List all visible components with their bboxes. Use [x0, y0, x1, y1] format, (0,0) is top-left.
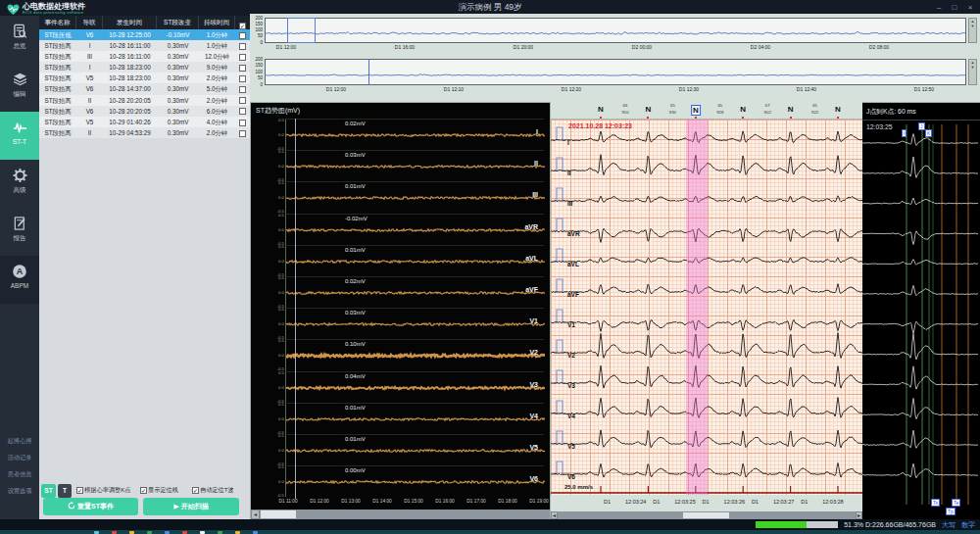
- table-row[interactable]: ST段抬高II10-29 04:53:290.30mV2.0分钟: [39, 127, 250, 138]
- table-row[interactable]: ST段抬高V610-28 20:20:050.30mV6.0分钟: [39, 106, 250, 117]
- scroll-right-arrow[interactable]: ►: [856, 511, 862, 519]
- table-row[interactable]: ST段抬高I10-28 16:11:000.30mV1.0分钟: [39, 40, 250, 51]
- t-mode-button[interactable]: T: [58, 484, 72, 498]
- selected-beat-label[interactable]: N: [691, 105, 701, 116]
- table-body: ST段压低V610-28 12:25:00-0.10mV1.0分钟ST段抬高I1…: [39, 29, 250, 138]
- sidebar-item-advanced[interactable]: 高级: [0, 160, 39, 208]
- control-checkbox-0[interactable]: ✓根据心率调整K点: [76, 486, 130, 495]
- sidebar-item-stt[interactable]: ST-T: [0, 112, 39, 160]
- ecg-paper[interactable]: 2021.10.28 12:03:23 25.0 mm/s IIIIIIaVRa…: [551, 120, 862, 495]
- scroll-left-arrow[interactable]: ◄: [551, 511, 558, 519]
- table-row[interactable]: ST段压低V610-28 12:25:00-0.10mV1.0分钟: [39, 29, 250, 40]
- row-checkbox[interactable]: [239, 54, 246, 61]
- row-checkbox[interactable]: [239, 75, 246, 82]
- row-checkbox[interactable]: [239, 130, 246, 137]
- point-marker-I[interactable]: I: [902, 129, 906, 137]
- reset-st-events-button[interactable]: 重置ST事件: [43, 498, 138, 515]
- row-checkbox[interactable]: [239, 108, 246, 115]
- taskbar-app-icon[interactable]: [200, 531, 205, 534]
- st-trace: [286, 466, 545, 502]
- st-cursor-line[interactable]: [295, 119, 296, 499]
- row-checkbox[interactable]: [239, 65, 246, 72]
- ecg-timestamp: 2021.10.28 12:03:23: [568, 122, 632, 129]
- ecg-time-tick: 12:03:24: [625, 499, 646, 505]
- hr-y-tick: 100: [251, 27, 263, 32]
- st-time-axis: D1 11:00D1 12:00D1 13:00D1 14:00D1 15:00…: [285, 499, 544, 509]
- table-row[interactable]: ST段抬高V610-28 14:37:000.30mV5.0分钟: [39, 83, 250, 94]
- progress-percent: 51.3%: [844, 521, 863, 528]
- st-y-tick: -0.5: [272, 493, 284, 498]
- hr-trend-long[interactable]: [265, 18, 966, 43]
- start-scan-button[interactable]: ▶ 开始扫描: [143, 498, 239, 515]
- st-value-label: 0.03mV: [345, 310, 366, 316]
- t-marker-Ts[interactable]: Ts: [931, 499, 940, 507]
- taskbar-app-icon[interactable]: [218, 531, 222, 534]
- cell: 10-28 14:37:00: [103, 83, 157, 94]
- scroll-thumb[interactable]: [683, 512, 729, 518]
- control-checkbox-2[interactable]: ✓自动定位T波: [192, 486, 234, 495]
- st-mode-button[interactable]: ST: [41, 484, 56, 498]
- sidebar-item-abpm[interactable]: AABPM: [0, 256, 39, 304]
- st-value-label: 0.01mV: [345, 247, 366, 253]
- beat-label[interactable]: N: [788, 105, 794, 114]
- cell: V6: [76, 83, 103, 94]
- table-row[interactable]: ST段抬高III10-28 16:11:000.30mV12.0分钟: [39, 51, 250, 62]
- table-row[interactable]: ST段抬高V510-29 01:40:260.30mV4.0分钟: [39, 117, 250, 127]
- table-row[interactable]: ST段抬高II10-28 20:20:050.30mV2.0分钟: [39, 95, 250, 106]
- scroll-thumb[interactable]: [261, 510, 296, 518]
- sidebar-link-settings[interactable]: 设置选项: [0, 482, 39, 499]
- taskbar-app-icon[interactable]: [165, 531, 170, 534]
- hr-strip-scrollbar[interactable]: ▲▼: [968, 59, 977, 85]
- taskbar-app-icon[interactable]: [112, 531, 117, 534]
- st-lead-label: aVR: [524, 223, 538, 230]
- point-marker-J[interactable]: J: [918, 122, 925, 130]
- beat-marker-dot: [695, 117, 697, 119]
- sidebar-item-report[interactable]: 报告: [0, 208, 39, 256]
- os-taskbar-sliver[interactable]: [0, 530, 980, 534]
- sidebar-item-edit[interactable]: 编辑: [0, 64, 39, 112]
- sidebar-link-activity[interactable]: 活动记录: [0, 449, 39, 465]
- beat-label[interactable]: N: [598, 105, 604, 114]
- t-marker-Te[interactable]: Te: [952, 499, 960, 507]
- st-value-label: 0.01mV: [345, 183, 366, 189]
- row-checkbox[interactable]: [239, 97, 246, 104]
- sidebar-link-patient-info[interactable]: 患者信息: [0, 465, 39, 482]
- select-all-checkbox[interactable]: ✓: [239, 19, 246, 29]
- taskbar-app-icon[interactable]: [94, 531, 99, 534]
- table-row[interactable]: ST段抬高V510-28 18:23:000.30mV2.0分钟: [39, 73, 250, 83]
- st-horizontal-scrollbar[interactable]: ◄: [251, 510, 550, 519]
- hr-trend-short[interactable]: [265, 59, 966, 85]
- st-lead-label: I: [536, 128, 538, 135]
- beat-label[interactable]: N: [740, 105, 746, 114]
- point-marker-K[interactable]: K: [925, 129, 932, 137]
- taskbar-app-icon[interactable]: [182, 531, 187, 534]
- control-checkbox-1[interactable]: ✓显示定位线: [140, 486, 178, 495]
- patient-title: 演示病例 男 49岁: [0, 2, 980, 14]
- row-checkbox[interactable]: [239, 43, 246, 50]
- beat-hr: 65: [811, 103, 818, 110]
- beat-waveforms: [862, 121, 980, 524]
- t-marker-Tp[interactable]: Tp: [946, 508, 956, 515]
- beat-label[interactable]: N: [835, 105, 841, 114]
- table-row[interactable]: ST段抬高I10-28 18:23:000.30mV9.0分钟: [39, 62, 250, 73]
- hr-strip-scrollbar[interactable]: ▲▼: [968, 18, 977, 43]
- ecg-horizontal-scrollbar[interactable]: ◄►: [551, 511, 862, 519]
- sidebar-link-pacing[interactable]: 起搏心搏: [0, 432, 39, 449]
- taskbar-app-icon[interactable]: [147, 531, 152, 534]
- taskbar-app-icon[interactable]: [129, 531, 134, 534]
- ecg-time-axis: D112:03:24D112:03:25D112:03:26D112:03:27…: [551, 495, 862, 511]
- beat-label[interactable]: N: [646, 105, 652, 114]
- row-checkbox[interactable]: [239, 120, 246, 126]
- taskbar-app-icon[interactable]: [253, 531, 258, 534]
- jk-value: 60 ms: [898, 108, 916, 115]
- scroll-left-arrow[interactable]: ◄: [251, 510, 260, 519]
- taskbar-app-icon[interactable]: [235, 531, 240, 534]
- hr-selection-rect[interactable]: [287, 18, 316, 43]
- sidebar-item-overview[interactable]: 总览: [0, 16, 39, 64]
- checkbox-label: 根据心率调整K点: [84, 486, 130, 493]
- row-checkbox[interactable]: [239, 86, 246, 93]
- cell: 6.0分钟: [199, 106, 235, 117]
- scroll-track[interactable]: [260, 510, 550, 519]
- st-lead-strip-I: 0.50.0-0.50.02mVI: [285, 119, 544, 150]
- row-checkbox[interactable]: [239, 32, 246, 39]
